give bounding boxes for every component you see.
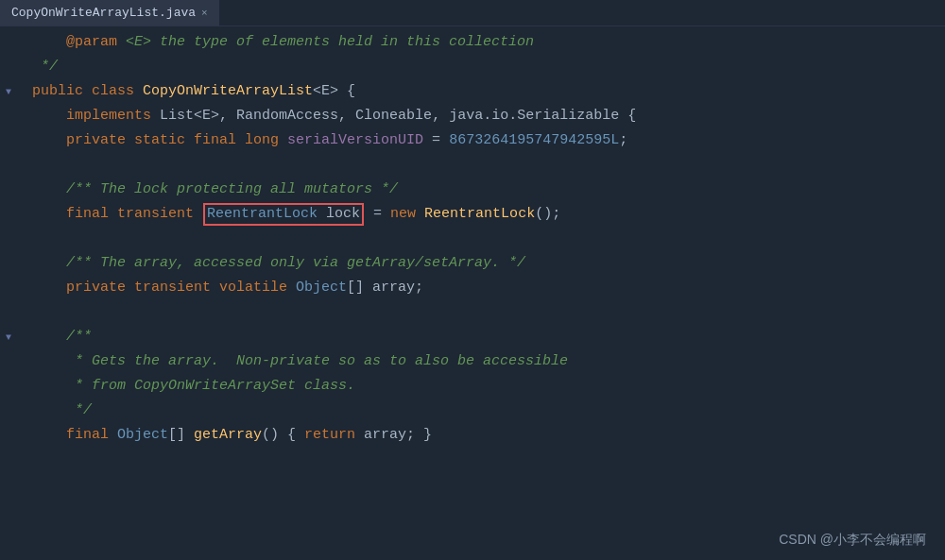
code-line: private static final long serialVersionU…: [32, 128, 945, 153]
fold-slot: [0, 104, 17, 128]
code-token: private: [32, 276, 134, 300]
code-token: @param: [66, 30, 117, 55]
fold-slot: [0, 349, 17, 374]
code-token: {: [619, 104, 636, 128]
code-token: volatile: [219, 276, 296, 300]
code-token: ReentrantLock: [424, 202, 535, 227]
file-tab[interactable]: CopyOnWriteArrayList.java ×: [0, 0, 220, 25]
code-line: */: [32, 399, 945, 423]
code-line: public class CopyOnWriteArrayList<E> {: [32, 79, 945, 104]
code-token: ,: [338, 104, 355, 128]
fold-arrow-icon[interactable]: ▼: [6, 332, 11, 343]
fold-arrow-icon[interactable]: ▼: [6, 87, 11, 97]
code-token: */: [500, 251, 525, 276]
close-icon[interactable]: ×: [201, 8, 208, 19]
fold-slot: [0, 227, 17, 251]
code-token: /**: [32, 325, 92, 349]
code-line: [32, 153, 945, 178]
code-token: java.io.: [449, 104, 517, 128]
code-line: /** The lock protecting all mutators */: [32, 178, 945, 202]
highlight-box: ReentrantLock lock: [203, 203, 364, 226]
code-line: @param <E> the type of elements held in …: [32, 30, 945, 55]
code-line: [32, 300, 945, 325]
code-token: The lock protecting all mutators: [100, 178, 372, 202]
code-token: <E>,: [194, 104, 236, 128]
code-token: the type of elements held in this collec…: [160, 30, 534, 55]
fold-slot: [0, 30, 17, 55]
code-token: final: [32, 423, 117, 448]
code-token: () {: [262, 423, 304, 448]
code-token: Object: [117, 423, 168, 448]
fold-slot: [0, 178, 17, 202]
code-token: <E>: [117, 30, 160, 55]
code-token: return: [304, 423, 364, 448]
code-line: [32, 227, 945, 251]
code-token: [83, 79, 92, 104]
code-token: The array, accessed only via getArray/se…: [100, 251, 500, 276]
code-token: final: [194, 128, 245, 153]
code-line: final Object[] getArray() { return array…: [32, 423, 945, 448]
code-token: */: [32, 55, 58, 79]
code-line: * from CopyOnWriteArraySet class.: [32, 374, 945, 399]
code-token: ();: [535, 202, 560, 227]
code-token: private: [32, 128, 134, 153]
code-token: ,: [432, 104, 449, 128]
code-token: public: [32, 79, 83, 104]
code-token: implements: [32, 104, 160, 128]
code-token: *: [32, 349, 92, 374]
code-token: []: [168, 423, 194, 448]
code-token: 8673264195747942595L: [449, 128, 619, 153]
code-token: getArray: [194, 423, 262, 448]
code-token: final: [32, 202, 117, 227]
code-token: transient: [117, 202, 202, 227]
code-token: RandomAccess: [236, 104, 338, 128]
watermark: CSDN @小李不会编程啊: [779, 532, 926, 549]
code-token: class: [92, 79, 134, 104]
code-line: */: [32, 55, 945, 79]
code-token: static: [134, 128, 194, 153]
code-token: ReentrantLock: [207, 206, 318, 222]
code-token: /**: [32, 178, 100, 202]
fold-area: ▼▼: [0, 26, 17, 560]
fold-slot: [0, 423, 17, 448]
code-token: */: [372, 178, 398, 202]
code-line: implements List<E>, RandomAccess, Clonea…: [32, 104, 945, 128]
fold-slot[interactable]: ▼: [0, 325, 17, 349]
code-token: array: [364, 423, 406, 448]
code-token: serialVersionUID: [287, 128, 423, 153]
code-token: [] array;: [347, 276, 423, 300]
fold-slot: [0, 153, 17, 178]
code-token: ; }: [406, 423, 432, 448]
fold-slot: [0, 128, 17, 153]
code-token: Cloneable: [355, 104, 432, 128]
code-line: /**: [32, 325, 945, 349]
code-token: /**: [32, 251, 100, 276]
code-line: /** The array, accessed only via getArra…: [32, 251, 945, 276]
code-token: {: [338, 79, 355, 104]
code-token: long: [245, 128, 287, 153]
code-token: [32, 30, 66, 55]
code-token: List: [160, 104, 194, 128]
code-line: * Gets the array. Non-private so as to a…: [32, 349, 945, 374]
code-area: @param <E> the type of elements held in …: [17, 26, 945, 560]
code-line: final transient ReentrantLock lock = new…: [32, 202, 945, 227]
tab-bar: CopyOnWriteArrayList.java ×: [0, 0, 945, 26]
fold-slot: [0, 276, 17, 300]
code-token: Object: [296, 276, 347, 300]
code-token: =: [365, 202, 390, 227]
code-token: transient: [134, 276, 219, 300]
code-token: ;: [619, 128, 627, 153]
fold-slot: [0, 374, 17, 399]
code-token: *: [32, 374, 92, 399]
fold-slot: [0, 202, 17, 227]
code-token: Gets the array. Non-private so as to als…: [92, 349, 568, 374]
code-line: private transient volatile Object[] arra…: [32, 276, 945, 300]
fold-slot: [0, 399, 17, 423]
code-token: <E>: [313, 79, 338, 104]
fold-slot: [0, 251, 17, 276]
fold-slot: [0, 55, 17, 79]
fold-slot: [0, 300, 17, 325]
fold-slot[interactable]: ▼: [0, 79, 17, 104]
code-token: lock: [318, 206, 360, 222]
code-token: CopyOnWriteArrayList: [143, 79, 313, 104]
